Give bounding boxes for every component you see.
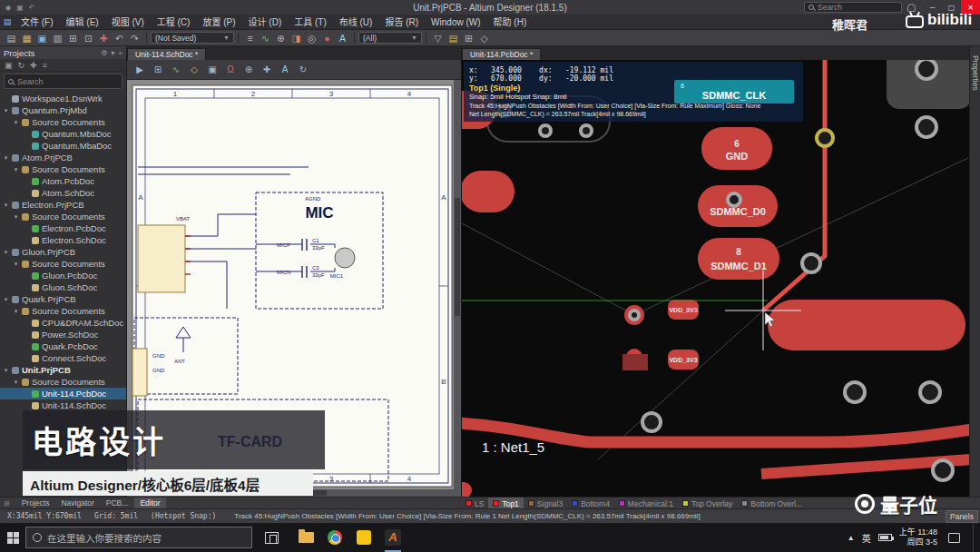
tree-item-doc[interactable]: ▾ Atom.SchDoc <box>0 187 126 199</box>
expand-arrow-icon[interactable]: ▾ <box>13 308 19 315</box>
menu-item[interactable]: 设计 (D) <box>242 15 289 30</box>
wire-icon[interactable]: ∿ <box>258 30 273 46</box>
active-via[interactable] <box>817 130 833 146</box>
refresh-icon[interactable]: ↻ <box>18 61 25 70</box>
scope-combo[interactable]: (All) ▼ <box>358 32 422 44</box>
open-icon[interactable]: ▦ <box>19 30 34 46</box>
titlebar-search[interactable]: Search <box>804 2 902 13</box>
microphone-symbol[interactable] <box>335 248 355 268</box>
schematic-doc-tab[interactable]: Unit-114.SchDoc * <box>127 48 206 60</box>
string-icon[interactable]: A <box>335 30 350 46</box>
close-icon[interactable]: × <box>118 49 122 57</box>
tree-item-doc[interactable]: ▾ Electron.PcbDoc <box>0 222 126 234</box>
panel-tab[interactable]: PCB... <box>101 498 134 509</box>
filter-icon[interactable]: ▽ <box>430 30 446 46</box>
pad-large[interactable] <box>768 300 965 350</box>
panel-tab[interactable]: Navigator <box>55 498 99 509</box>
expand-arrow-icon[interactable]: ▾ <box>3 296 9 303</box>
expand-arrow-icon[interactable]: ▾ <box>3 202 9 209</box>
panel-tab[interactable]: Projects <box>16 498 55 509</box>
save-all-icon[interactable]: ▣ <box>5 61 13 70</box>
variant-combo[interactable]: (Not Saved) ▼ <box>151 32 234 44</box>
menu-item[interactable]: 工程 (C) <box>151 15 197 30</box>
zoom-fit-icon[interactable]: ⊞ <box>65 30 81 46</box>
tray-expand-icon[interactable]: ▲ <box>848 534 855 542</box>
undo-icon[interactable]: ↶ <box>112 30 127 46</box>
battery-icon[interactable] <box>878 534 892 541</box>
tree-item-workspace[interactable]: ▾ Workspace1.DsnWrk <box>0 93 126 104</box>
pcb-canvas[interactable]: 6 GND SDMMC_D0 8 SDMMC_D1 VDD_3V3 VDD_3V… <box>462 60 970 497</box>
expand-arrow-icon[interactable]: ▾ <box>3 107 9 114</box>
menu-item[interactable]: 报告 (R) <box>378 15 425 30</box>
expand-arrow-icon[interactable]: ▾ <box>13 119 19 126</box>
cross-probe-icon[interactable]: ✚ <box>96 30 112 46</box>
ufl-connector-component[interactable] <box>132 349 147 396</box>
tree-item-folder[interactable]: ▾ Source Documents <box>0 258 126 270</box>
save-icon[interactable]: ▣ <box>34 30 50 46</box>
expand-arrow-icon[interactable]: ▾ <box>3 367 9 374</box>
tree-item-doc[interactable]: ▾ Atom.PcbDoc <box>0 175 126 187</box>
tree-item-doc[interactable]: ▾ Quantum.MbaDoc <box>0 140 126 152</box>
altium-taskbar-icon[interactable]: A <box>382 523 404 552</box>
undo-quick-icon[interactable]: ↶ <box>29 4 35 12</box>
sheet-icon[interactable]: ▣ <box>204 64 220 74</box>
grid-icon[interactable]: ⊞ <box>150 64 166 74</box>
tree-item-project[interactable]: ▾ Electron.PrjPCB <box>0 199 126 211</box>
expand-arrow-icon[interactable]: ▾ <box>13 213 19 221</box>
pad-sdmmc-d1[interactable] <box>698 238 779 280</box>
new-doc-icon[interactable]: ▤ <box>4 30 19 46</box>
tree-item-folder[interactable]: ▾ Source Documents <box>0 163 126 175</box>
dropdown-icon[interactable]: ▾ <box>111 49 114 57</box>
menu-item[interactable]: 视图 (V) <box>105 15 151 30</box>
tree-item-project[interactable]: ▾ Atom.PrjPCB <box>0 152 126 163</box>
menu-item[interactable]: 放置 (P) <box>196 15 241 30</box>
redo-icon[interactable]: ↷ <box>127 30 142 46</box>
expand-arrow-icon[interactable]: ▾ <box>13 379 19 386</box>
tree-item-folder[interactable]: ▾ Source Documents <box>0 376 126 388</box>
expand-arrow-icon[interactable]: ▾ <box>3 249 9 256</box>
tree-item-doc[interactable]: ▾ Gluon.PcbDoc <box>0 270 126 281</box>
tree-item-project[interactable]: ▾ Gluon.PrjPCB <box>0 246 126 258</box>
menu-item[interactable]: 布线 (U) <box>333 15 379 30</box>
projects-search[interactable]: Search <box>4 74 122 89</box>
expand-arrow-icon[interactable]: ▾ <box>3 154 9 162</box>
chrome-icon[interactable] <box>324 523 346 552</box>
place-icon[interactable]: ✚ <box>259 64 275 74</box>
add-icon[interactable]: ✚ <box>30 61 37 70</box>
menu-item[interactable]: 编辑 (E) <box>60 15 105 30</box>
text-icon[interactable]: A <box>277 64 293 74</box>
tree-item-doc[interactable]: ▾ Electron.SchDoc <box>0 234 126 246</box>
tree-item-doc[interactable]: ▾ CPU&DRAM.SchDoc <box>0 317 126 329</box>
tree-item-doc[interactable]: ▾ Unit-114.PcbDoc <box>0 388 126 399</box>
settings-icon[interactable]: ⚙ <box>101 49 107 57</box>
tree-item-project[interactable]: ▾ Quark.PrjPCB <box>0 293 126 305</box>
menu-item[interactable]: 文件 (F) <box>15 15 60 30</box>
tree-item-doc[interactable]: ▾ Gluon.SchDoc <box>0 281 126 293</box>
file-explorer-icon[interactable] <box>295 523 317 552</box>
tree-item-doc[interactable]: ▾ Power.SchDoc <box>0 329 126 340</box>
layers-icon[interactable]: ▤ <box>446 30 461 46</box>
print-icon[interactable]: ▥ <box>50 30 65 46</box>
menu-item[interactable]: Window (W) <box>425 15 486 30</box>
tree-item-folder[interactable]: ▾ Source Documents <box>0 116 126 128</box>
menu-item[interactable]: 帮助 (H) <box>487 15 534 30</box>
via-icon[interactable]: ◎ <box>304 30 319 46</box>
tree-item-project[interactable]: ▾ Quantum.PrjMbd <box>0 104 126 116</box>
grid-icon[interactable]: ⊞ <box>461 30 476 46</box>
part-icon[interactable]: ◇ <box>186 64 202 74</box>
zoom-area-icon[interactable]: ⊡ <box>81 30 96 46</box>
tree-item-folder[interactable]: ▾ Source Documents <box>0 211 126 222</box>
panel-grid-icon[interactable]: ⊞ <box>0 499 14 508</box>
task-view-button[interactable] <box>265 532 279 544</box>
list-icon[interactable]: ≡ <box>43 61 47 70</box>
show-desktop-button[interactable] <box>973 523 976 552</box>
save-quick-icon[interactable]: ▣ <box>16 4 24 12</box>
power-icon[interactable]: Ω <box>222 64 239 74</box>
menu-item[interactable]: 工具 (T) <box>288 15 333 30</box>
taskbar-clock[interactable]: 上午 11:48 周四 3-5 <box>899 527 937 547</box>
expand-arrow-icon[interactable]: ▾ <box>13 261 19 268</box>
app-icon-yellow[interactable] <box>353 523 375 552</box>
net-label-icon[interactable]: ⊕ <box>240 64 257 74</box>
measure-icon[interactable]: ◇ <box>476 30 492 46</box>
tree-item-project[interactable]: ▾ Unit.PrjPCB <box>0 364 126 376</box>
